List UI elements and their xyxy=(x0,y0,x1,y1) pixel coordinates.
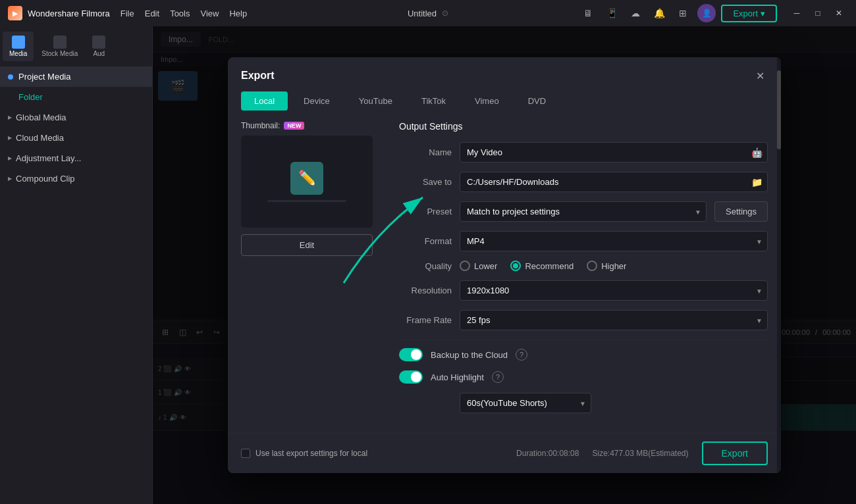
radio-recommend xyxy=(510,261,521,271)
format-select[interactable]: MP4 xyxy=(460,231,768,251)
backup-help-icon[interactable]: ? xyxy=(516,349,527,361)
menu-bar: File Edit Tools View Help xyxy=(120,9,247,18)
titlebar-right: 🖥 📱 ☁ 🔔 ⊞ 👤 Export ▾ ─ □ ✕ xyxy=(579,4,848,22)
user-avatar[interactable]: 👤 xyxy=(697,4,716,22)
new-badge: NEW xyxy=(284,122,304,130)
close-button[interactable]: ✕ xyxy=(830,4,848,22)
duration-info: Duration:00:08:08 xyxy=(516,449,579,458)
auto-highlight-toggle[interactable] xyxy=(399,370,423,384)
tab-local[interactable]: Local xyxy=(241,91,288,111)
tab-dvd[interactable]: DVD xyxy=(515,91,559,111)
output-settings-title: Output Settings xyxy=(399,121,768,132)
save-to-input[interactable] xyxy=(460,172,768,192)
settings-button[interactable]: Settings xyxy=(714,201,768,222)
modal-tabs: Local Device YouTube TikTok Vimeo DVD xyxy=(228,84,781,111)
quality-lower[interactable]: Lower xyxy=(460,261,497,271)
format-label: Format xyxy=(399,236,452,246)
tab-youtube[interactable]: YouTube xyxy=(346,91,406,111)
cloud-icon[interactable]: ☁ xyxy=(626,4,645,22)
window-controls: ─ □ ✕ xyxy=(788,4,848,22)
title-icon: ⊙ xyxy=(442,9,448,18)
devices-icon[interactable]: 📱 xyxy=(602,4,621,22)
sidebar-item-folder[interactable]: Folder xyxy=(0,87,152,107)
preset-select[interactable]: Match to project settings xyxy=(460,201,707,222)
auto-highlight-help-icon[interactable]: ? xyxy=(492,371,504,383)
shorts-select[interactable]: 60s(YouTube Shorts) xyxy=(460,393,591,413)
backup-toggle[interactable] xyxy=(399,348,423,361)
framerate-select[interactable]: 25 fps xyxy=(460,310,768,330)
quality-row: Quality Lower Recommend xyxy=(399,261,768,271)
quality-higher[interactable]: Higher xyxy=(587,261,626,271)
resolution-select[interactable]: 1920x1080 xyxy=(460,280,768,301)
modal-footer: Use last export settings for local Durat… xyxy=(228,433,781,473)
thumbnail-preview: ✏️ xyxy=(241,136,373,228)
sidebar-item-cloud-media[interactable]: ▶ Cloud Media xyxy=(0,128,152,148)
resolution-label: Resolution xyxy=(399,286,452,295)
shorts-row: 60s(YouTube Shorts) ▼ xyxy=(399,393,768,413)
export-button-titlebar[interactable]: Export ▾ xyxy=(721,5,777,22)
format-row: Format MP4 ▼ xyxy=(399,231,768,251)
sidebar-tabs: Media Stock Media Aud xyxy=(0,26,152,61)
radio-lower xyxy=(460,261,470,271)
ai-icon: 🤖 xyxy=(751,147,762,158)
scrollbar-thumb[interactable] xyxy=(777,70,781,149)
main-layout: Media Stock Media Aud Project Media Fold… xyxy=(0,26,856,504)
preset-select-wrapper: Match to project settings ▼ xyxy=(460,201,707,222)
thumb-line xyxy=(267,200,346,202)
modal-close-button[interactable]: ✕ xyxy=(752,68,768,84)
edit-thumbnail-button[interactable]: Edit xyxy=(241,234,373,256)
menu-file[interactable]: File xyxy=(120,9,134,18)
modal-right-panel: Output Settings Name 🤖 Save to xyxy=(399,121,768,422)
backup-toggle-row: Backup to the Cloud ? xyxy=(399,348,768,361)
maximize-button[interactable]: □ xyxy=(809,4,827,22)
shorts-select-wrapper: 60s(YouTube Shorts) ▼ xyxy=(460,393,591,413)
sidebar-item-adjustment[interactable]: ▶ Adjustment Lay... xyxy=(0,148,152,168)
scrollbar-track[interactable] xyxy=(777,57,781,473)
sidebar-nav: Project Media Folder ▶ Global Media ▶ Cl… xyxy=(0,61,152,504)
bell-icon[interactable]: 🔔 xyxy=(650,4,668,22)
tab-device[interactable]: Device xyxy=(290,91,343,111)
preset-label: Preset xyxy=(399,207,452,216)
auto-highlight-label: Auto Highlight xyxy=(431,372,484,382)
menu-help[interactable]: Help xyxy=(229,9,247,18)
quality-recommend[interactable]: Recommend xyxy=(510,261,574,271)
last-settings-checkbox[interactable] xyxy=(241,449,250,458)
save-to-row: Save to 📁 xyxy=(399,172,768,192)
name-row: Name 🤖 xyxy=(399,142,768,163)
framerate-label: Frame Rate xyxy=(399,315,452,325)
folder-icon[interactable]: 📁 xyxy=(751,177,762,188)
sidebar-tab-audio[interactable]: Aud xyxy=(86,32,112,61)
content-area: Impo... FOLD... Impo... 🎬 ⊞ ◫ ↩ ↪ 🔍 xyxy=(153,26,856,504)
sidebar-item-compound-clip[interactable]: ▶ Compound Clip xyxy=(0,168,152,189)
tab-tiktok[interactable]: TikTok xyxy=(408,91,459,111)
save-to-label: Save to xyxy=(399,177,452,187)
size-info: Size:477.03 MB(Estimated) xyxy=(592,449,688,458)
menu-tools[interactable]: Tools xyxy=(170,9,190,18)
modal-overlay: Export ✕ Local Device YouTube TikTok Vim… xyxy=(153,26,856,504)
export-modal: Export ✕ Local Device YouTube TikTok Vim… xyxy=(228,57,781,473)
resolution-row: Resolution 1920x1080 ▼ xyxy=(399,280,768,301)
auto-highlight-toggle-row: Auto Highlight ? xyxy=(399,370,768,384)
sidebar-item-global-media[interactable]: ▶ Global Media xyxy=(0,107,152,128)
tab-vimeo[interactable]: Vimeo xyxy=(462,91,512,111)
sidebar-item-project-media[interactable]: Project Media xyxy=(0,66,152,87)
project-title: Untitled xyxy=(408,9,437,18)
titlebar-center: Untitled ⊙ xyxy=(408,9,448,18)
grid-icon[interactable]: ⊞ xyxy=(674,4,692,22)
modal-header: Export ✕ xyxy=(228,57,781,84)
menu-view[interactable]: View xyxy=(200,9,219,18)
sidebar-tab-stock[interactable]: Stock Media xyxy=(35,32,84,61)
name-input[interactable] xyxy=(460,142,768,163)
export-main-button[interactable]: Export xyxy=(702,441,768,465)
menu-edit[interactable]: Edit xyxy=(145,9,159,18)
resolution-select-wrapper: 1920x1080 ▼ xyxy=(460,280,768,301)
tv-icon[interactable]: 🖥 xyxy=(579,4,597,22)
minimize-button[interactable]: ─ xyxy=(788,4,806,22)
name-label: Name xyxy=(399,147,452,157)
thumbnail-section: Thumbnail: NEW xyxy=(241,121,386,130)
sidebar: Media Stock Media Aud Project Media Fold… xyxy=(0,26,153,504)
sidebar-tab-media[interactable]: Media xyxy=(3,32,34,61)
last-settings-label: Use last export settings for local xyxy=(255,449,367,458)
footer-right: Duration:00:08:08 Size:477.03 MB(Estimat… xyxy=(516,441,768,465)
framerate-select-wrapper: 25 fps ▼ xyxy=(460,310,768,330)
